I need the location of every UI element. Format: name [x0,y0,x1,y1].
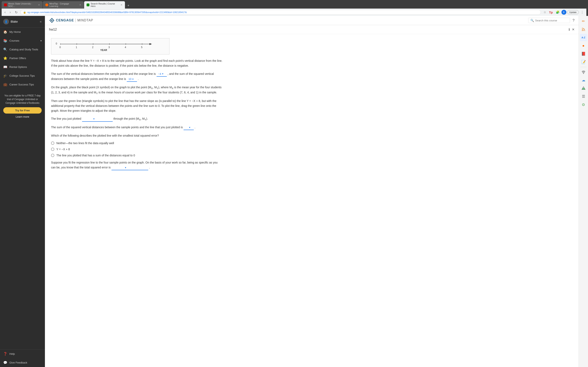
dropdown-para6[interactable]: ▾ [183,125,194,130]
sidebar-item-feedback[interactable]: 💬 Give Feedback [0,358,45,367]
back-button[interactable]: ‹ [3,10,7,15]
address-text: ng.cengage.com/static/nb/ui/evo/index.ht… [27,11,538,13]
para2: The sum of the vertical distances betwee… [51,72,223,82]
para7: Which of the following describes the plo… [51,133,223,138]
sidebar-collapse-icon[interactable]: « [40,20,42,24]
para5-prefix: The line you just plotted [51,117,81,120]
info-icon[interactable]: ℹ [569,27,570,31]
drive-icon[interactable] [580,85,587,92]
dropdown5-arrow-icon: ▾ [93,117,95,121]
dropdown8-arrow-icon: ▾ [125,166,126,170]
pencil-tool-icon[interactable]: ✏ [580,17,587,25]
reload-button[interactable]: ↻ [14,10,19,15]
try-free-button[interactable]: Try for Free [3,107,42,114]
catalog-icon: 🔍 [3,48,7,51]
sidebar-item-career-success[interactable]: 💼 Career Success Tips [0,80,45,89]
svg-point-19 [583,73,584,74]
top-nav-right: 🔍 ? [528,18,575,23]
sidebar-label-partner: Partner Offers [9,57,26,60]
close-icon[interactable]: ✕ [572,27,575,31]
radio-option-3[interactable]: The line you plotted that has a sum of t… [51,154,223,157]
help-icon: ❓ [3,352,7,356]
tab-mindtap[interactable]: MindTap - Cengage Learning ✕ [43,1,84,8]
profile-icon[interactable]: Tp [548,10,554,15]
learn-more-link[interactable]: Learn more [3,115,42,118]
radio-circle-2[interactable] [51,148,54,151]
wifi-icon[interactable] [580,68,587,76]
promo-text: You are eligible for a FREE 7-day trial … [3,94,42,105]
help-circle-button[interactable]: ? [572,18,575,23]
cengage-logo: CENGAGE MINDTAP [49,17,93,23]
dropdown-para5-text [83,117,93,121]
sidebar-user[interactable]: 👤 Blake « [0,16,45,27]
para5: The line you just plotted ▾ through the … [51,117,223,122]
update-button[interactable]: Update [567,10,579,14]
menu-icon[interactable]: ⋮ [580,10,585,15]
bookmark-star-icon[interactable]: ☆ [543,10,547,15]
sidebar-item-my-home[interactable]: 🏠 My Home [0,27,45,36]
sidebar-label-college: College Success Tips [9,74,35,77]
sidebar-label-courses: Courses [9,39,19,42]
tab-coursehero[interactable]: Search Results | Course Hero ✕ [84,1,125,8]
tab-label-mindtap: MindTap - Cengage Learning [49,2,78,7]
radio-label-1: Neither—the two lines fit the data equal… [56,142,114,145]
partner-icon: ⭐ [3,56,7,60]
extensions-icon[interactable]: 🧩 [555,10,561,15]
svg-text:5: 5 [141,46,143,49]
dropdown-val2[interactable]: 10 ▾ [127,77,137,82]
sidebar-item-college-success[interactable]: 🎓 College Success Tips [0,71,45,80]
sidebar-label-help: Help [9,352,15,355]
radio-option-2[interactable]: Y = −X + 8 [51,148,223,151]
orange-circle-icon[interactable]: ● [580,42,587,49]
notes-icon[interactable]: 📝 [580,58,587,66]
career-icon: 💼 [3,83,7,86]
tab-close-isu[interactable]: ✕ [38,3,40,6]
college-icon: 🎓 [3,74,7,78]
para5-suffix: through the point (MX, MY). [113,117,148,120]
sidebar-item-catalog[interactable]: 🔍 Catalog and Study Tools [0,45,45,54]
tab-close-coursehero[interactable]: ✕ [121,3,122,6]
dropdown6-arrow-icon: ▾ [189,125,190,129]
tab-label-coursehero: Search Results | Course Hero [91,2,119,7]
radio-option-1[interactable]: Neither—the two lines fit the data equal… [51,142,223,145]
tab-isu[interactable]: Illinois State University : SOC... ✕ [2,1,43,8]
list-icon[interactable]: ☰ [580,93,587,100]
cloud-icon[interactable]: ☁ [580,76,587,84]
dictionary-az-icon[interactable]: A-Z [580,34,587,41]
dropdown-para5[interactable]: ▾ [82,117,113,122]
sidebar-label-feedback: Give Feedback [9,361,27,364]
search-icon: 🔍 [530,19,534,22]
new-tab-button[interactable]: + [125,2,131,8]
svg-text:3: 3 [108,46,110,49]
green-circle-icon[interactable]: ⊙ [580,101,587,108]
address-bar-row: ‹ › ↻ 🔒 ng.cengage.com/static/nb/ui/evo/… [2,8,586,16]
dropdown-para8[interactable]: ▾ [112,165,148,170]
dropdown-val1[interactable]: −4 ▾ [156,72,167,77]
user-profile-button[interactable]: B [562,10,566,15]
para1: Think about how close the line Y = −X + … [51,58,223,68]
forward-button[interactable]: › [8,10,12,15]
dropdown-para8-text [112,165,125,170]
chevron-down-icon: ▾ [40,39,42,42]
radio-label-2: Y = −X + 8 [56,148,70,151]
sidebar-item-rental-options[interactable]: 📖 Rental Options [0,63,45,71]
search-input[interactable] [535,19,568,22]
sidebar-label-catalog: Catalog and Study Tools [9,48,38,51]
sidebar-item-help[interactable]: ❓ Help [0,350,45,358]
dropdown2-arrow-icon: ▾ [132,77,134,81]
radio-circle-1[interactable] [51,142,54,145]
sidebar-item-courses[interactable]: 📚 Courses ▾ [0,36,45,45]
right-sidebar: ✏ A-Z ● 📕 📝 ☁ ☰ ⊙ [579,16,588,367]
sidebar-promo: You are eligible for a FREE 7-day trial … [0,91,45,122]
sidebar-label-rental: Rental Options [9,66,27,68]
sub-y1: Y [157,87,158,90]
tab-favicon-isu [4,3,7,6]
radio-circle-3[interactable] [51,154,54,157]
search-box[interactable]: 🔍 [528,18,570,23]
number-line-graph: 0 [53,40,159,52]
book-icon[interactable]: 📕 [580,50,587,58]
address-bar[interactable]: 🔒 ng.cengage.com/static/nb/ui/evo/index.… [20,10,541,15]
sidebar-item-partner-offers[interactable]: ⭐ Partner Offers [0,54,45,63]
rss-icon[interactable] [580,26,587,33]
tab-close-mindtap[interactable]: ✕ [79,3,81,6]
